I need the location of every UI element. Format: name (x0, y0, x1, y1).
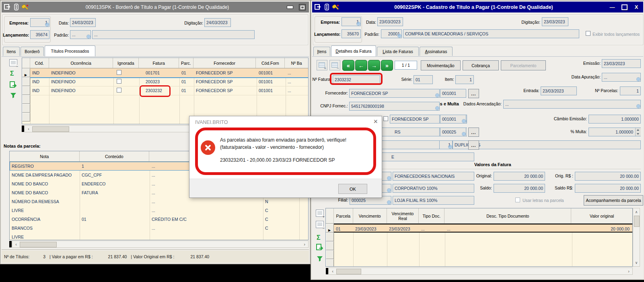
cell-nota[interactable]: NOME DO BANCO (10, 179, 80, 188)
col-parcela[interactable]: Parcela (334, 208, 353, 223)
cell-extra[interactable]: ... (150, 206, 263, 215)
cell-tipo-doc[interactable]: ... (419, 224, 445, 232)
cell-extra[interactable]: ... (150, 224, 263, 233)
row-selector[interactable] (22, 68, 30, 77)
tab-titulos-processados[interactable]: Títulos Processados (45, 45, 95, 56)
tab-itens[interactable]: Itens (3, 47, 20, 56)
cell-fatura[interactable]: 2303232 (139, 86, 179, 95)
cell-desc-tipo[interactable]: ... (445, 224, 572, 232)
sacado-field[interactable]: FORNECEDOR SP (390, 115, 440, 124)
cell-parc[interactable]: 01 (179, 68, 194, 77)
col-vencimento[interactable]: Vencimento (353, 208, 387, 223)
add-note-icon[interactable]: + (316, 210, 324, 217)
close-button[interactable]: X (632, 4, 641, 11)
empresa-field[interactable]: 1 (30, 18, 49, 27)
extra-lookup-button[interactable]: ... (468, 140, 479, 150)
cell-ignorada[interactable] (113, 86, 139, 95)
remove-record-icon[interactable]: − (329, 60, 340, 70)
add-record-icon[interactable]: + (317, 60, 327, 70)
cell-flag[interactable]: C (263, 206, 299, 215)
cell-ignorada[interactable] (113, 77, 139, 86)
filial-desc-field[interactable]: LOJA FILIAL RS 100% (393, 196, 474, 205)
nota-row[interactable]: NÚMERO DA REMESSA ... N (10, 197, 309, 206)
cell-codforn[interactable]: 001001 (257, 68, 286, 77)
cell-ocorrencia[interactable]: INDEFINIDO (49, 68, 113, 77)
nota-row[interactable]: OCORRÊNCIA 01 CRÉDITO EM C/C C (10, 215, 309, 224)
scroll-down-icon[interactable] (633, 260, 640, 266)
scroll-left-icon[interactable] (330, 268, 335, 274)
cell-flag[interactable]: C (263, 215, 299, 224)
col-valor[interactable]: Valor original (571, 208, 632, 223)
nav-next-button[interactable] (368, 60, 380, 71)
scroll-thumb[interactable] (634, 216, 640, 227)
cell-nbanco[interactable]: ... (286, 68, 309, 77)
scroll-thumb[interactable] (32, 126, 69, 132)
digitacao-field[interactable]: 23/03/2023 (542, 17, 568, 26)
local-code-field[interactable]: 000025 (440, 128, 466, 136)
n-parcelas-field[interactable]: 1 (620, 86, 641, 95)
ok-button[interactable]: OK (338, 184, 367, 194)
nav-prev-button[interactable] (355, 60, 367, 71)
cell-fornecedor[interactable]: FORNECEDOR SP (194, 86, 257, 95)
wrench-icon[interactable] (22, 4, 29, 10)
parcelas-hscrollbar[interactable] (329, 268, 633, 275)
row-selector[interactable] (22, 86, 30, 95)
cell-conteudo[interactable]: 01 (80, 215, 150, 224)
n-fatura-field[interactable]: 2303232 (333, 75, 380, 84)
cell-fornecedor[interactable]: FORNECEDOR SP (194, 68, 257, 77)
col-ocorrencia[interactable]: Ocorrência (49, 58, 113, 68)
original-field[interactable]: 20 000.00 (494, 172, 545, 181)
cell-conteudo[interactable]: 1 (80, 162, 150, 171)
restore-button[interactable] (298, 4, 307, 11)
scroll-thumb[interactable] (20, 242, 57, 247)
filter-icon[interactable] (316, 255, 323, 262)
cell-nota[interactable]: BRANCOS (10, 224, 80, 233)
cell-fornecedor[interactable]: FORNECEDOR SP (194, 77, 257, 86)
cell-nbanco[interactable]: ... (286, 77, 309, 86)
cell-parc[interactable]: 01 (179, 86, 194, 95)
cell-fatura[interactable]: 200323 (139, 77, 179, 86)
cell-nota[interactable]: LIVRE (10, 233, 80, 240)
cell-parcela[interactable]: 01 (334, 224, 353, 232)
cell-valor[interactable]: 20 000.00 (572, 224, 632, 232)
col-desc-tipo[interactable]: Desc. Tipo Documento (444, 208, 571, 223)
local-lookup-button[interactable]: ... (468, 128, 479, 137)
ignorada-checkbox[interactable] (117, 88, 121, 93)
tipo-doc-desc-field[interactable]: DUPLICATAS (453, 140, 641, 149)
cell-cod[interactable]: IND (30, 77, 49, 86)
col-nbanco[interactable]: Nº Ba (285, 58, 308, 68)
scroll-right-icon[interactable] (626, 268, 632, 274)
parcelamento-button[interactable]: Parcelamento (501, 60, 546, 70)
minimize-button[interactable] (286, 4, 294, 11)
tab-bordero[interactable]: Borderô (21, 47, 44, 56)
row-selector[interactable] (326, 233, 334, 241)
empresa-field[interactable]: 1 (342, 17, 361, 26)
conta-desc-field[interactable]: FORNECEDORES NACIONAIS (393, 172, 474, 181)
maximize-button[interactable] (620, 4, 629, 11)
cell-nota[interactable]: NÚMERO DA REMESSA (10, 197, 80, 206)
cell-nota[interactable]: LIVRE (10, 206, 80, 215)
col-conteudo[interactable]: Conteúdo (80, 151, 150, 161)
cell-nota[interactable]: NOME DO BANCO (10, 188, 80, 197)
col-fornecedor[interactable]: Fornecedor (193, 58, 256, 68)
remove-note-icon[interactable]: − (316, 221, 324, 228)
fornecedor-lookup-button[interactable]: ... (468, 89, 479, 98)
cell-vencimento-real[interactable]: 23/03/2023 (387, 224, 419, 232)
padrao-desc-field[interactable]: COMPRA DE MERCADORIAS / SERVIÇOS (403, 29, 579, 38)
nota-row[interactable]: LIVRE ... C (10, 206, 309, 215)
cnpj-field[interactable]: 54517628000198 (349, 102, 440, 111)
cell-flag[interactable]: N (263, 197, 299, 206)
table-row[interactable]: IND INDEFINIDO 2303232 01 FORNECEDOR SP … (30, 86, 309, 95)
tab-detalhes-fatura[interactable]: Detalhes da Fatura (331, 45, 376, 56)
nota-row[interactable]: BRANCOS ... C (10, 224, 309, 233)
cell-vencimento[interactable]: 23/03/2023 (353, 224, 387, 232)
filter-icon[interactable] (10, 92, 17, 99)
padrao-desc-field[interactable]: ... (92, 30, 255, 39)
cell-codforn[interactable]: 001001 (257, 77, 286, 86)
cell-extra[interactable]: ... (150, 197, 263, 206)
export-record-icon[interactable] (316, 243, 324, 251)
traffic-light-icon[interactable] (325, 4, 329, 10)
wrench-icon[interactable] (332, 4, 339, 10)
traffic-light-icon[interactable] (14, 4, 19, 10)
sum-icon[interactable] (10, 70, 14, 77)
